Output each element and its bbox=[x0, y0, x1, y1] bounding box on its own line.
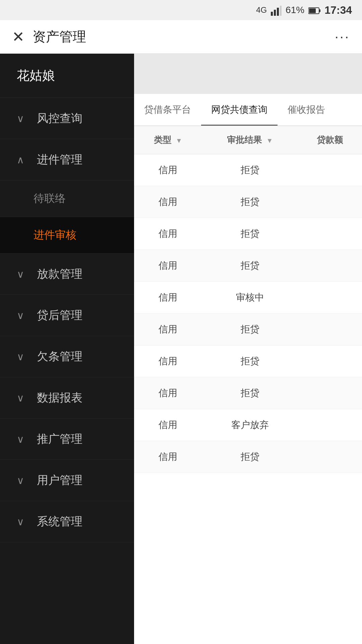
sort-icon-lx[interactable]: ▼ bbox=[176, 137, 182, 145]
cell-lx: 信用 bbox=[134, 314, 202, 345]
svg-rect-3 bbox=[280, 6, 282, 16]
current-time: 17:34 bbox=[324, 4, 352, 16]
cell-dkje bbox=[298, 314, 362, 345]
cell-shjg: 客户放弃 bbox=[202, 409, 298, 441]
svg-rect-5 bbox=[319, 9, 320, 12]
cell-shjg: 拒贷 bbox=[202, 218, 298, 250]
cell-dkje bbox=[298, 154, 362, 186]
sidebar-item-label: 欠条管理 bbox=[37, 349, 82, 364]
filter-area bbox=[134, 54, 362, 94]
col-header-lx-label: 类型 bbox=[154, 135, 171, 145]
cell-dkje bbox=[298, 282, 362, 314]
sidebar-subitem-jjsh[interactable]: 进件审核 bbox=[0, 217, 134, 254]
sidebar-subitem-dlj[interactable]: 待联络 bbox=[0, 180, 134, 217]
cell-lx: 信用 bbox=[134, 441, 202, 473]
cell-lx: 信用 bbox=[134, 250, 202, 282]
sidebar-item-label: 推广管理 bbox=[37, 431, 82, 447]
more-button[interactable]: ··· bbox=[335, 29, 350, 44]
col-header-shjg[interactable]: 审批结果 ▼ bbox=[202, 126, 298, 154]
cell-shjg: 拒贷 bbox=[202, 186, 298, 218]
cell-shjg: 拒贷 bbox=[202, 441, 298, 473]
table-header-row: 类型 ▼ 审批结果 ▼ 贷款额 bbox=[134, 126, 362, 154]
table-row: 信用 审核中 bbox=[134, 282, 362, 314]
table-row: 信用 拒贷 bbox=[134, 377, 362, 409]
data-table-container: 类型 ▼ 审批结果 ▼ 贷款额 信用 拒贷 bbox=[134, 126, 362, 473]
svg-rect-2 bbox=[277, 8, 279, 16]
sidebar-item-qtgl[interactable]: ∨ 欠条管理 bbox=[0, 336, 134, 377]
col-header-dkje: 贷款额 bbox=[298, 126, 362, 154]
chevron-down-icon: ∨ bbox=[17, 113, 30, 124]
sidebar-item-xtgl[interactable]: ∨ 系统管理 bbox=[0, 501, 134, 542]
sidebar-item-label: 用户管理 bbox=[37, 473, 82, 488]
app-header: ✕ 资产管理 ··· bbox=[0, 20, 362, 54]
network-indicator: 4G bbox=[256, 5, 267, 15]
sidebar-item-label: 进件管理 bbox=[37, 152, 82, 167]
tab-jjt[interactable]: 贷借条平台 bbox=[134, 94, 201, 125]
svg-rect-1 bbox=[274, 10, 276, 16]
cell-shjg: 拒贷 bbox=[202, 377, 298, 409]
content-area: 贷借条平台 网贷共债查询 催收报告 类型 ▼ 审批结果 ▼ bbox=[134, 54, 362, 644]
sidebar-item-yhgl[interactable]: ∨ 用户管理 bbox=[0, 460, 134, 501]
table-row: 信用 拒贷 bbox=[134, 250, 362, 282]
cell-lx: 信用 bbox=[134, 409, 202, 441]
tab-wgcz[interactable]: 网贷共债查询 bbox=[201, 94, 278, 125]
cell-dkje bbox=[298, 218, 362, 250]
chevron-down-icon: ∨ bbox=[17, 310, 30, 321]
cell-shjg: 拒贷 bbox=[202, 154, 298, 186]
cell-dkje bbox=[298, 345, 362, 377]
table-row: 信用 拒贷 bbox=[134, 186, 362, 218]
chevron-down-icon: ∨ bbox=[17, 351, 30, 363]
sidebar-item-sjbb[interactable]: ∨ 数据报表 bbox=[0, 377, 134, 419]
chevron-up-icon: ∧ bbox=[17, 154, 30, 166]
cell-shjg: 拒贷 bbox=[202, 314, 298, 345]
table-row: 信用 拒贷 bbox=[134, 441, 362, 473]
cell-lx: 信用 bbox=[134, 186, 202, 218]
chevron-down-icon: ∨ bbox=[17, 268, 30, 280]
cell-dkje bbox=[298, 186, 362, 218]
close-button[interactable]: ✕ bbox=[12, 30, 24, 44]
col-header-dkje-label: 贷款额 bbox=[317, 135, 343, 145]
status-bar: 4G 61% 17:34 bbox=[0, 0, 362, 20]
tabs-row: 贷借条平台 网贷共债查询 催收报告 bbox=[134, 94, 362, 126]
chevron-down-icon: ∨ bbox=[17, 392, 30, 404]
sidebar-item-label: 放款管理 bbox=[37, 266, 82, 282]
svg-rect-0 bbox=[271, 12, 273, 16]
sidebar-item-tggl[interactable]: ∨ 推广管理 bbox=[0, 419, 134, 460]
cell-lx: 信用 bbox=[134, 282, 202, 314]
cell-dkje bbox=[298, 377, 362, 409]
header-left: ✕ 资产管理 bbox=[12, 28, 86, 46]
sidebar-item-fkzx[interactable]: ∨ 风控查询 bbox=[0, 98, 134, 139]
cell-lx: 信用 bbox=[134, 345, 202, 377]
cell-dkje bbox=[298, 250, 362, 282]
sort-icon-shjg[interactable]: ▼ bbox=[266, 137, 273, 145]
battery-level: 61% bbox=[286, 5, 304, 15]
cell-dkje bbox=[298, 409, 362, 441]
svg-rect-6 bbox=[309, 8, 316, 13]
sub-item-label: 进件审核 bbox=[34, 228, 76, 243]
sub-item-label: 待联络 bbox=[34, 191, 66, 206]
sidebar-item-dhgl[interactable]: ∨ 贷后管理 bbox=[0, 295, 134, 336]
sidebar-brand: 花姑娘 bbox=[0, 54, 134, 98]
cell-shjg: 拒贷 bbox=[202, 345, 298, 377]
sidebar: 花姑娘 ∨ 风控查询 ∧ 进件管理 待联络 进件审核 ∨ 放款管理 ∨ 贷后管理 bbox=[0, 54, 134, 644]
tab-cssb[interactable]: 催收报告 bbox=[278, 94, 335, 125]
cell-lx: 信用 bbox=[134, 218, 202, 250]
sidebar-item-label: 风控查询 bbox=[37, 111, 82, 126]
table-row: 信用 拒贷 bbox=[134, 218, 362, 250]
cell-shjg: 拒贷 bbox=[202, 250, 298, 282]
col-header-lx[interactable]: 类型 ▼ bbox=[134, 126, 202, 154]
cell-shjg: 审核中 bbox=[202, 282, 298, 314]
main-layout: 花姑娘 ∨ 风控查询 ∧ 进件管理 待联络 进件审核 ∨ 放款管理 ∨ 贷后管理 bbox=[0, 54, 362, 644]
sidebar-item-label: 系统管理 bbox=[37, 514, 82, 529]
signal-bars bbox=[271, 4, 282, 16]
chevron-down-icon: ∨ bbox=[17, 516, 30, 528]
col-header-shjg-label: 审批结果 bbox=[227, 135, 262, 145]
cell-lx: 信用 bbox=[134, 377, 202, 409]
sidebar-item-fkgl[interactable]: ∨ 放款管理 bbox=[0, 254, 134, 295]
sidebar-item-label: 数据报表 bbox=[37, 390, 82, 406]
page-title: 资产管理 bbox=[33, 28, 86, 46]
sidebar-item-jjgl[interactable]: ∧ 进件管理 bbox=[0, 139, 134, 180]
table-row: 信用 拒贷 bbox=[134, 314, 362, 345]
battery-icon bbox=[308, 5, 320, 15]
table-row: 信用 拒贷 bbox=[134, 154, 362, 186]
